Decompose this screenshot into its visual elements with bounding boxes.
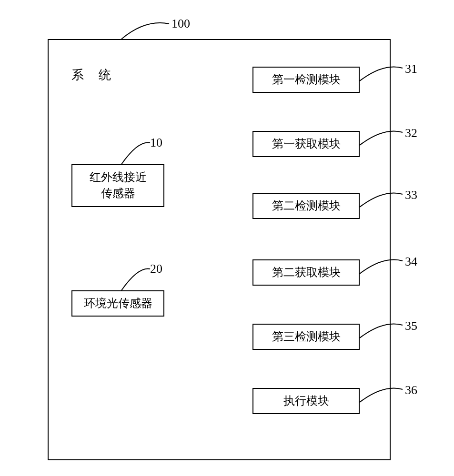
callout-20: 20 xyxy=(150,262,162,276)
second-acquisition-module-block: 第二获取模块 xyxy=(252,259,360,286)
callout-34: 34 xyxy=(405,255,417,269)
ir-sensor-label: 红外线接近 传感器 xyxy=(90,169,147,201)
callout-36: 36 xyxy=(405,383,417,397)
module-label: 第二获取模块 xyxy=(272,265,341,281)
callout-10: 10 xyxy=(150,136,162,150)
callout-35: 35 xyxy=(405,319,417,333)
module-label: 第二检测模块 xyxy=(272,198,341,214)
module-label: 第三检测模块 xyxy=(272,329,341,345)
system-label: 系 统 xyxy=(71,67,117,83)
ambient-sensor-label: 环境光传感器 xyxy=(84,296,152,312)
callout-33: 33 xyxy=(405,188,417,202)
second-detection-module-block: 第二检测模块 xyxy=(252,193,360,219)
first-detection-module-block: 第一检测模块 xyxy=(252,67,360,93)
callout-100: 100 xyxy=(172,17,190,31)
execution-module-block: 执行模块 xyxy=(252,388,360,414)
module-label: 第一检测模块 xyxy=(272,72,341,88)
module-label: 执行模块 xyxy=(283,393,329,409)
first-acquisition-module-block: 第一获取模块 xyxy=(252,131,360,157)
third-detection-module-block: 第三检测模块 xyxy=(252,324,360,350)
callout-31: 31 xyxy=(405,62,417,76)
ambient-light-sensor-block: 环境光传感器 xyxy=(71,290,164,317)
module-label: 第一获取模块 xyxy=(272,136,341,152)
callout-32: 32 xyxy=(405,126,417,140)
ir-proximity-sensor-block: 红外线接近 传感器 xyxy=(71,164,164,207)
